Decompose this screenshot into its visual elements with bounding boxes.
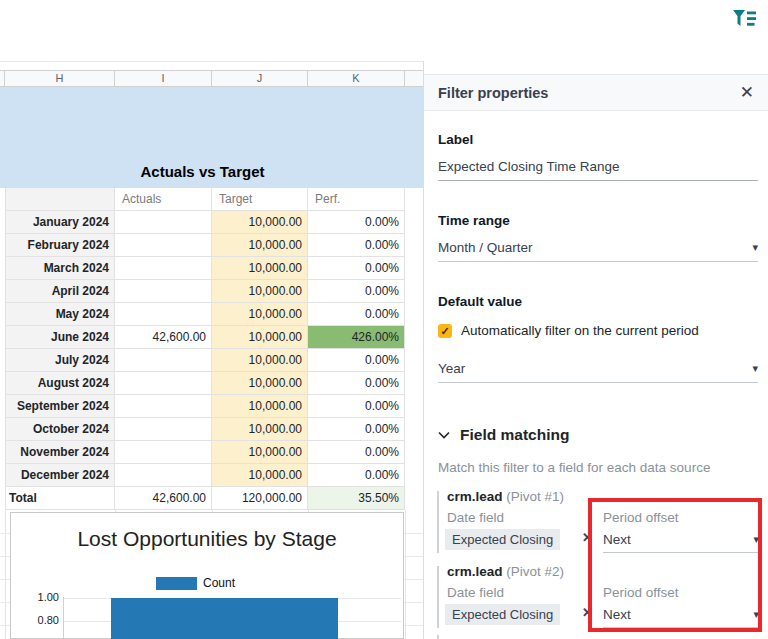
perf-cell[interactable]: 0.00% <box>308 441 405 464</box>
panel-title: Filter properties <box>438 85 740 101</box>
period-offset-select[interactable]: ▾ Next <box>603 528 759 553</box>
total-target-cell[interactable]: 120,000.00 <box>212 487 308 510</box>
table-row: March 202410,000.000.00% <box>5 257 405 280</box>
perf-cell[interactable]: 0.00% <box>308 395 405 418</box>
row-label-cell[interactable]: March 2024 <box>5 257 115 280</box>
app-logo-icon[interactable] <box>732 9 758 31</box>
table-row: May 202410,000.000.00% <box>5 303 405 326</box>
target-cell[interactable]: 10,000.00 <box>212 441 308 464</box>
target-cell[interactable]: 10,000.00 <box>212 372 308 395</box>
target-cell[interactable]: 10,000.00 <box>212 464 308 487</box>
model-name: crm.lead <box>447 489 503 504</box>
filter-label-input[interactable]: Expected Closing Time Range <box>438 153 758 181</box>
target-cell[interactable]: 10,000.00 <box>212 211 308 234</box>
table-row: August 202410,000.000.00% <box>5 372 405 395</box>
field-match-block-pivot2: crm.lead (Pivot #2) Date field Period of… <box>424 564 768 630</box>
row-label-cell[interactable]: December 2024 <box>5 464 115 487</box>
time-range-heading: Time range <box>438 213 510 228</box>
target-cell[interactable]: 10,000.00 <box>212 349 308 372</box>
perf-cell[interactable]: 0.00% <box>308 280 405 303</box>
actuals-cell[interactable] <box>115 257 212 280</box>
row-label-cell[interactable]: February 2024 <box>5 234 115 257</box>
default-period-select[interactable]: ▾ Year <box>438 355 758 383</box>
date-field-tag[interactable]: Expected Closing <box>445 529 560 550</box>
actuals-cell[interactable] <box>115 211 212 234</box>
row-label-cell[interactable]: August 2024 <box>5 372 115 395</box>
date-field-label: Date field <box>447 585 504 600</box>
chevron-down-icon: ▾ <box>752 234 758 261</box>
period-offset-select[interactable]: ▾ Next <box>603 603 759 628</box>
column-header-k[interactable]: K <box>308 71 405 86</box>
actuals-cell[interactable]: 42,600.00 <box>115 326 212 349</box>
perf-cell[interactable]: 0.00% <box>308 349 405 372</box>
sheet-cell[interactable] <box>5 188 115 211</box>
row-label-cell[interactable]: September 2024 <box>5 395 115 418</box>
period-offset-value: Next <box>603 532 631 547</box>
column-header-h[interactable]: H <box>5 71 115 86</box>
close-icon[interactable]: ✕ <box>740 84 754 101</box>
column-header-i[interactable]: I <box>115 71 212 86</box>
total-perf-cell[interactable]: 35.50% <box>308 487 405 510</box>
actuals-cell[interactable] <box>115 349 212 372</box>
perf-cell[interactable]: 0.00% <box>308 257 405 280</box>
target-cell[interactable]: 10,000.00 <box>212 280 308 303</box>
source-name: (Pivot #2) <box>506 564 564 579</box>
actuals-header-cell[interactable]: Actuals <box>115 188 212 211</box>
row-label-cell[interactable]: November 2024 <box>5 441 115 464</box>
perf-cell[interactable]: 0.00% <box>308 211 405 234</box>
remove-field-icon[interactable]: ✕ <box>582 530 593 545</box>
total-actuals-cell[interactable]: 42,600.00 <box>115 487 212 510</box>
source-name: (Pivot #1) <box>506 489 564 504</box>
target-cell[interactable]: 10,000.00 <box>212 257 308 280</box>
row-label-cell[interactable]: June 2024 <box>5 326 115 349</box>
perf-cell[interactable]: 0.00% <box>308 234 405 257</box>
perf-cell[interactable]: 0.00% <box>308 464 405 487</box>
period-offset-label: Period offset <box>603 510 679 525</box>
legend-swatch <box>156 577 197 590</box>
perf-cell[interactable]: 426.00% <box>308 326 405 349</box>
default-period-value: Year <box>438 361 465 376</box>
field-match-block-pivot1: crm.lead (Pivot #1) Date field Period of… <box>424 489 768 555</box>
row-label-cell[interactable]: July 2024 <box>5 349 115 372</box>
row-label-cell[interactable]: October 2024 <box>5 418 115 441</box>
time-range-value: Month / Quarter <box>438 240 533 255</box>
chart-card[interactable]: Lost Opportunities by Stage Count 1.00 0… <box>10 512 404 639</box>
screen: H I J K Actuals vs Target Actuals Target… <box>0 0 768 639</box>
remove-field-icon[interactable]: ✕ <box>582 605 593 620</box>
table-header-row: Actuals Target Perf. <box>5 188 405 211</box>
target-cell[interactable]: 10,000.00 <box>212 418 308 441</box>
row-label-cell[interactable]: January 2024 <box>5 211 115 234</box>
target-header-cell[interactable]: Target <box>212 188 308 211</box>
column-header-sliver[interactable] <box>405 71 423 86</box>
perf-cell[interactable]: 0.00% <box>308 372 405 395</box>
time-range-select[interactable]: ▾ Month / Quarter <box>438 234 758 262</box>
target-cell[interactable]: 10,000.00 <box>212 326 308 349</box>
row-label-cell[interactable]: April 2024 <box>5 280 115 303</box>
actuals-cell[interactable] <box>115 441 212 464</box>
gridline <box>5 510 6 639</box>
perf-cell[interactable]: 0.00% <box>308 303 405 326</box>
column-header-j[interactable]: J <box>212 71 308 86</box>
field-matching-toggle[interactable]: Field matching <box>438 426 569 444</box>
auto-filter-label: Automatically filter on the current peri… <box>461 323 699 338</box>
actuals-cell[interactable] <box>115 395 212 418</box>
auto-filter-checkbox[interactable]: ✓ <box>438 324 452 338</box>
date-field-tag[interactable]: Expected Closing <box>445 604 560 625</box>
default-value-heading: Default value <box>438 294 522 309</box>
target-cell[interactable]: 10,000.00 <box>212 395 308 418</box>
perf-cell[interactable]: 0.00% <box>308 418 405 441</box>
total-label-cell[interactable]: Total <box>5 487 115 510</box>
actuals-cell[interactable] <box>115 303 212 326</box>
actuals-cell[interactable] <box>115 418 212 441</box>
table-row: January 202410,000.000.00% <box>5 211 405 234</box>
target-cell[interactable]: 10,000.00 <box>212 234 308 257</box>
actuals-cell[interactable] <box>115 234 212 257</box>
actuals-cell[interactable] <box>115 464 212 487</box>
actuals-cell[interactable] <box>115 372 212 395</box>
table-row: November 202410,000.000.00% <box>5 441 405 464</box>
actuals-cell[interactable] <box>115 280 212 303</box>
date-field-label: Date field <box>447 510 504 525</box>
target-cell[interactable]: 10,000.00 <box>212 303 308 326</box>
perf-header-cell[interactable]: Perf. <box>308 188 405 211</box>
row-label-cell[interactable]: May 2024 <box>5 303 115 326</box>
